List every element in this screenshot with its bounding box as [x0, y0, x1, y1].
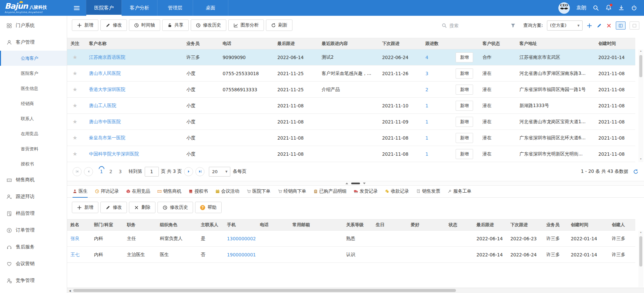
- sidebar-item-14[interactable]: 订单管理: [0, 222, 67, 239]
- download-icon[interactable]: [618, 5, 625, 11]
- splitter-handle[interactable]: [351, 183, 360, 184]
- toolbar-button-6[interactable]: 图形分析: [228, 19, 264, 31]
- page-number-1[interactable]: 1: [97, 169, 105, 174]
- detail-tab-4[interactable]: 销售商机: [157, 188, 181, 198]
- doctor-toolbar-button-1[interactable]: 新增: [72, 202, 98, 213]
- sidebar-item-2[interactable]: 客户管理: [0, 34, 67, 51]
- sidebar-item-10[interactable]: 授权书: [0, 156, 67, 172]
- detail-tab-5[interactable]: 授权书: [188, 188, 208, 198]
- favorite-star-icon[interactable]: ★: [67, 54, 86, 60]
- table-row[interactable]: 张良内科主任科室负责人是1300000002熟悉2022-06-142022-0…: [67, 231, 635, 247]
- cell-count[interactable]: 1: [422, 119, 452, 125]
- sidebar-item-17[interactable]: 竞争管理: [0, 272, 67, 289]
- toolbar-button-1[interactable]: 新增: [72, 19, 98, 31]
- refresh-list-icon[interactable]: [633, 169, 639, 175]
- toolbar-button-4[interactable]: 共享: [162, 19, 189, 31]
- table-row[interactable]: ★江苏南京西语医院许三多909090902022-06-14测试22022-06…: [67, 49, 635, 65]
- cell-0[interactable]: 王七: [67, 252, 91, 258]
- sidebar-item-7[interactable]: 联系人: [0, 111, 67, 126]
- detail-tab-13[interactable]: 服务工单: [447, 188, 471, 198]
- page-number-3[interactable]: 3: [116, 169, 124, 174]
- scroll-left-icon[interactable]: ◀: [67, 288, 73, 293]
- sidebar-item-3[interactable]: 公海客户: [0, 51, 67, 66]
- favorite-star-icon[interactable]: ★: [67, 70, 86, 77]
- cell-count[interactable]: 2: [422, 87, 452, 92]
- doctor-toolbar-button-3[interactable]: 删除: [129, 202, 155, 213]
- scrollbar-thumb[interactable]: [639, 55, 642, 77]
- scroll-up-icon[interactable]: ▴: [638, 231, 643, 235]
- table-row[interactable]: ★秦皇岛市第一医院小度2021-11-082021-11-081新增潜在广东省深…: [67, 130, 635, 146]
- detail-tab-8[interactable]: 经销商下单: [278, 188, 307, 198]
- sidebar-item-6[interactable]: 经销商: [0, 96, 67, 111]
- search-icon[interactable]: [593, 5, 599, 11]
- detail-tab-11[interactable]: 收款记录: [385, 188, 409, 198]
- notifications-button[interactable]: [605, 4, 612, 12]
- detail-tab-12[interactable]: 销售发票: [416, 188, 440, 198]
- sidebar-item-9[interactable]: 首营资料: [0, 141, 67, 156]
- top-tab-3[interactable]: 管理层: [157, 0, 193, 16]
- sidebar-item-8[interactable]: 在用竞品: [0, 126, 67, 141]
- avatar[interactable]: CEO: [558, 2, 570, 14]
- toolbar-button-7[interactable]: 刷新: [266, 19, 292, 31]
- toolbar-button-2[interactable]: 修改: [100, 19, 127, 31]
- favorite-star-icon[interactable]: ★: [67, 102, 86, 109]
- next-page-button[interactable]: [184, 167, 193, 176]
- cell-count[interactable]: 4: [422, 55, 452, 60]
- page-size-select[interactable]: 20 ▼: [209, 167, 230, 177]
- prev-page-button[interactable]: [84, 167, 93, 176]
- row-add-follow-button[interactable]: 新增: [456, 133, 473, 143]
- detail-tab-2[interactable]: 拜访记录: [95, 188, 119, 198]
- top-tab-4[interactable]: 桌面: [193, 0, 228, 16]
- row-add-follow-button[interactable]: 新增: [456, 149, 473, 159]
- scroll-up-icon[interactable]: ▴: [638, 49, 643, 54]
- user-name[interactable]: 袁朗: [576, 5, 586, 11]
- cell-name[interactable]: 秦皇岛市第一医院: [86, 135, 183, 141]
- collapse-up-icon[interactable]: [346, 183, 348, 184]
- first-page-button[interactable]: [73, 167, 82, 176]
- sidebar-item-5[interactable]: 医生信息: [0, 81, 67, 96]
- logout-power-icon[interactable]: [631, 5, 637, 11]
- top-tab-1[interactable]: 医院客户: [86, 0, 122, 16]
- toolbar-button-5[interactable]: 修改历史: [191, 19, 226, 31]
- customer-table-scrollbar[interactable]: ▴ ▾: [638, 49, 643, 162]
- goto-page-input[interactable]: [145, 167, 159, 177]
- doctor-table-scrollbar[interactable]: ▴: [638, 231, 643, 287]
- cell-count[interactable]: 1: [422, 135, 452, 141]
- doctor-toolbar-button-4[interactable]: 修改历史: [157, 202, 193, 213]
- favorite-star-icon[interactable]: ★: [67, 86, 86, 93]
- scrollbar-thumb[interactable]: [639, 236, 642, 266]
- delete-scheme-icon[interactable]: [606, 23, 612, 29]
- cell-name[interactable]: 中国科学院大学深圳医院: [86, 151, 183, 157]
- cell-0[interactable]: 张良: [67, 236, 91, 242]
- sidebar-item-1[interactable]: 门户系统: [0, 17, 67, 34]
- cell-count[interactable]: 1: [422, 103, 452, 108]
- sidebar-item-16[interactable]: 会议营销: [0, 255, 67, 272]
- cell-5[interactable]: 1300000002: [224, 236, 257, 241]
- table-row[interactable]: ★香港大学深圳医院小度0755869133332021-11-25介绍产品2新增…: [67, 82, 635, 98]
- detail-tab-10[interactable]: 发货记录: [354, 188, 378, 198]
- query-scheme-select[interactable]: (空方案) ▼: [547, 20, 583, 31]
- row-add-follow-button[interactable]: 新增: [456, 101, 473, 111]
- detail-tab-6[interactable]: 会议活动: [215, 188, 239, 198]
- sidebar-item-12[interactable]: 跟进拜访: [0, 188, 67, 205]
- sidebar-item-13[interactable]: 样品管理: [0, 205, 67, 222]
- doctor-toolbar-button-2[interactable]: 修改: [100, 202, 127, 213]
- edit-scheme-icon[interactable]: [596, 23, 602, 29]
- menu-toggle-icon[interactable]: [67, 0, 86, 16]
- cell-name[interactable]: 唐山市人民医院: [86, 70, 183, 77]
- row-add-follow-button[interactable]: 新增: [456, 68, 473, 79]
- row-add-follow-button[interactable]: 新增: [456, 85, 473, 95]
- sidebar-item-4[interactable]: 医院客户: [0, 66, 67, 81]
- cell-name[interactable]: 唐山工人医院: [86, 103, 183, 109]
- page-number-2[interactable]: 2: [107, 169, 115, 174]
- sidebar-item-15[interactable]: 售后服务: [0, 239, 67, 255]
- scroll-down-icon[interactable]: ▾: [638, 157, 643, 162]
- search-input[interactable]: [449, 23, 496, 28]
- detail-tab-3[interactable]: 在用竞品: [126, 188, 150, 198]
- cell-name[interactable]: 江苏南京西语医院: [86, 54, 183, 60]
- sidebar-item-11[interactable]: 销售商机: [0, 172, 67, 188]
- table-row[interactable]: ★中国科学院大学深圳医院小度2021-11-082021-11-081新增潜在广…: [67, 146, 635, 162]
- horizontal-scrollbar[interactable]: ◀: [67, 288, 644, 293]
- table-row[interactable]: ★唐山市中医医院小度2021-11-082021-11-091新增潜在河北省唐山…: [67, 114, 635, 130]
- top-tab-2[interactable]: 客户分析: [122, 0, 157, 16]
